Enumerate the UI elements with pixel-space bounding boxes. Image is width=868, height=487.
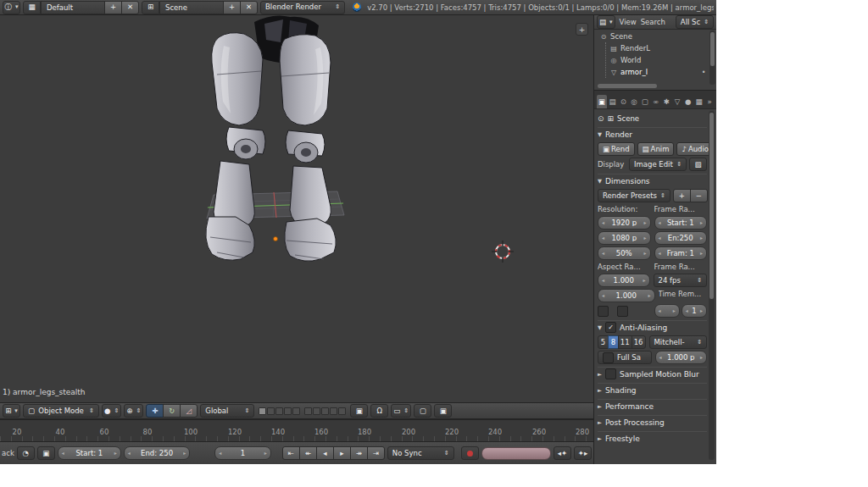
decrement-arrow-icon[interactable]: ◂ — [659, 355, 662, 360]
sync-mode-dropdown[interactable]: No Sync ⇕ — [387, 446, 454, 460]
editor-type-button-3dview[interactable]: ⊞ ▾ — [3, 404, 20, 418]
keying-set-field[interactable] — [481, 447, 551, 460]
border-checkbox[interactable] — [598, 306, 609, 317]
outliner-item-armor-legs[interactable]: ▽ armor_l • — [606, 66, 708, 78]
sampled-motion-blur-panel-header[interactable]: ► Sampled Motion Blur — [598, 367, 707, 380]
aa-samples-16-button[interactable]: 16 — [632, 335, 646, 349]
properties-vertical-scrollbar[interactable] — [709, 111, 715, 460]
increment-arrow-icon[interactable]: ▸ — [114, 451, 117, 456]
auto-keyframe-record-button[interactable] — [461, 446, 479, 460]
resolution-y-field[interactable]: ◂ 1080 p ▸ — [598, 231, 651, 245]
decrement-arrow-icon[interactable]: ◂ — [659, 308, 661, 313]
increment-arrow-icon[interactable]: ▸ — [643, 278, 645, 283]
decrement-arrow-icon[interactable]: ◂ — [659, 235, 661, 241]
outliner-view-menu[interactable]: View — [620, 18, 637, 26]
anti-aliasing-checkbox[interactable]: ✓ — [605, 322, 616, 333]
frame-start-field-props[interactable]: ◂ Start: 1 ▸ — [654, 216, 708, 230]
increment-arrow-icon[interactable]: ▸ — [700, 235, 703, 241]
add-screen-layout-button[interactable]: + — [104, 1, 122, 14]
time-remap-new-field[interactable]: ◂ 1 ▸ — [682, 304, 707, 318]
anti-aliasing-panel-header[interactable]: ▼ ✓ Anti-Aliasing — [598, 320, 707, 334]
viewport-3d[interactable]: 1) armor_legs_stealth + — [0, 15, 593, 402]
screen-layout-browse-button[interactable]: ▦ — [23, 1, 41, 14]
render-engine-dropdown[interactable]: Blender Render ⇕ — [260, 1, 345, 14]
outliner-display-mode-dropdown[interactable]: All Sc ⇕ — [676, 15, 714, 29]
layer-toggle[interactable] — [275, 407, 283, 415]
full-sample-toggle[interactable]: Full Sa — [598, 351, 652, 364]
screen-layout-name[interactable]: Default — [41, 1, 105, 14]
increment-arrow-icon[interactable]: ▸ — [648, 293, 650, 298]
delete-screen-layout-button[interactable]: ✕ — [121, 1, 139, 14]
mode-dropdown[interactable]: ▢ Object Mode ⇕ — [23, 404, 99, 418]
decrement-arrow-icon[interactable]: ◂ — [602, 235, 604, 241]
opengl-render-button[interactable]: ▢ — [414, 404, 431, 418]
layer-toggle[interactable] — [259, 407, 266, 415]
snap-element-dropdown[interactable]: ▭ ⇕ — [391, 404, 411, 418]
scrollbar-thumb[interactable] — [709, 113, 714, 299]
decrement-arrow-icon[interactable]: ◂ — [659, 251, 661, 256]
tab-object-data[interactable]: ▽ — [672, 95, 682, 108]
jump-to-start-button[interactable]: ⇤ — [282, 446, 300, 460]
viewport-shading-dropdown[interactable]: ● ⇕ — [102, 404, 121, 418]
display-mode-dropdown[interactable]: Image Edit ⇕ — [629, 158, 687, 171]
layer-toggle[interactable] — [338, 407, 346, 415]
outliner-item-renderlayers[interactable]: ▤ RenderL — [606, 42, 708, 54]
resolution-x-field[interactable]: ◂ 1920 p ▸ — [598, 216, 651, 230]
decrement-arrow-icon[interactable]: ◂ — [62, 451, 64, 456]
translate-manipulator-button[interactable]: ✚ — [146, 404, 164, 418]
tabs-overflow-chevron-icon[interactable]: » — [704, 95, 715, 108]
decrement-arrow-icon[interactable]: ◂ — [128, 451, 131, 456]
playback-menu-fragment[interactable]: ack — [2, 449, 14, 457]
snap-toggle-button[interactable]: Ω — [370, 404, 388, 418]
decrement-arrow-icon[interactable]: ◂ — [602, 293, 604, 298]
increment-arrow-icon[interactable]: ▸ — [264, 451, 267, 456]
render-still-button[interactable]: ▣ Rend — [598, 142, 635, 156]
frame-end-field[interactable]: ◂ End: 250 ▸ — [124, 446, 190, 460]
render-panel-header[interactable]: ▼ Render — [598, 127, 707, 141]
aa-filter-size-field[interactable]: ◂ 1.000 p ▸ — [655, 351, 708, 364]
increment-arrow-icon[interactable]: ▸ — [643, 235, 646, 241]
outliner-vertical-scrollbar[interactable] — [709, 30, 715, 85]
full-sample-checkbox[interactable] — [603, 352, 614, 363]
scrollbar-thumb[interactable] — [710, 32, 715, 66]
jump-to-end-button[interactable]: ⇥ — [367, 446, 385, 460]
restrict-toggle-icon[interactable]: • — [699, 69, 708, 76]
delete-keyframe-button[interactable]: ✦▸ — [574, 446, 592, 460]
increment-arrow-icon[interactable]: ▸ — [700, 308, 703, 313]
layer-toggle[interactable] — [284, 407, 292, 415]
crop-checkbox[interactable] — [617, 306, 628, 317]
pivot-point-dropdown[interactable]: ⊕ ⇕ — [124, 404, 143, 418]
region-expand-button[interactable]: + — [576, 23, 588, 36]
time-remap-old-field[interactable]: ◂ ▸ — [654, 304, 680, 318]
opengl-render-anim-button[interactable]: ▣ — [434, 404, 452, 418]
current-frame-field[interactable]: ◂ 1 ▸ — [214, 446, 270, 460]
tab-world[interactable]: ◎ — [629, 95, 639, 108]
outliner-search-menu[interactable]: Search — [641, 18, 665, 26]
rotate-manipulator-button[interactable]: ↻ — [163, 404, 181, 418]
add-preset-button[interactable]: + — [673, 189, 691, 202]
aa-samples-11-button[interactable]: 11 — [618, 335, 632, 349]
jump-to-next-keyframe-button[interactable]: ↠ — [350, 446, 368, 460]
editor-type-button-outliner[interactable]: ▤ ▾ — [597, 15, 615, 29]
editor-type-button[interactable]: ⓘ ▾ — [3, 1, 20, 14]
delete-scene-button[interactable]: ✕ — [240, 1, 258, 14]
aspect-x-field[interactable]: ◂ 1.000 ▸ — [598, 274, 650, 287]
decrement-arrow-icon[interactable]: ◂ — [219, 451, 221, 456]
increment-arrow-icon[interactable]: ▸ — [643, 251, 646, 256]
layer-toggle[interactable] — [267, 407, 275, 415]
decrement-arrow-icon[interactable]: ◂ — [686, 308, 688, 313]
outliner-item-world[interactable]: ◎ World — [606, 54, 708, 66]
performance-panel-header[interactable]: ► Performance — [598, 399, 707, 412]
decrement-arrow-icon[interactable]: ◂ — [602, 220, 604, 225]
aa-filter-dropdown[interactable]: Mitchell- ⇕ — [649, 335, 708, 349]
layer-toggle[interactable] — [304, 407, 312, 415]
transform-orientation-dropdown[interactable]: Global ⇕ — [200, 404, 254, 418]
shading-panel-header[interactable]: ► Shading — [598, 383, 707, 396]
render-animation-button[interactable]: ▤ Anim — [637, 142, 675, 156]
increment-arrow-icon[interactable]: ▸ — [183, 451, 186, 456]
lock-time-button[interactable]: ▣ — [37, 446, 55, 460]
armor-legs-model[interactable] — [195, 15, 356, 269]
scale-manipulator-button[interactable]: ◿ — [180, 404, 198, 418]
tab-texture[interactable]: ▦ — [694, 95, 704, 108]
remove-preset-button[interactable]: − — [690, 189, 708, 202]
